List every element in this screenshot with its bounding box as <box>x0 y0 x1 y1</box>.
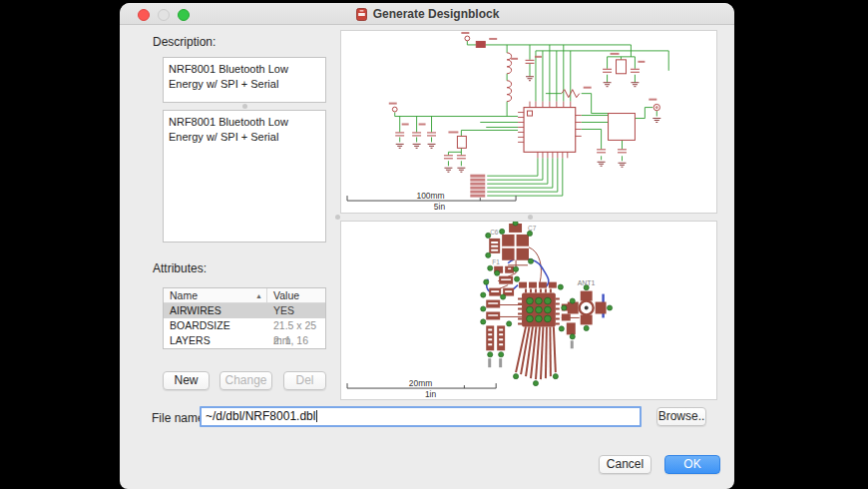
change-attribute-button: Change <box>219 371 272 390</box>
board-fanout-traces <box>516 326 556 379</box>
table-row-layers[interactable]: LAYERS 2: 1, 16 <box>164 333 325 348</box>
preview-splitter[interactable] <box>340 214 717 221</box>
delete-attribute-button: Del <box>283 371 326 390</box>
vcc-pin-2 <box>392 107 397 112</box>
browse-button[interactable]: Browse.. <box>656 407 706 426</box>
board-preview: C6 C7 F1 ANT1 20mm 1in <box>340 221 717 400</box>
secondary-ic <box>609 114 636 141</box>
column-header-name[interactable]: Name ▲ <box>164 288 267 302</box>
table-row-boardsize[interactable]: BOARDSIZE 21.5 x 25 mm <box>164 318 325 333</box>
schematic-preview: 100mm 5in <box>340 30 717 214</box>
column-header-value[interactable]: Value <box>267 288 325 302</box>
new-attribute-button[interactable]: New <box>163 371 210 390</box>
crystal <box>457 136 466 148</box>
attributes-table-header[interactable]: Name ▲ Value <box>164 288 325 303</box>
schematic-scale-in: 5in <box>434 202 446 212</box>
board-scale-in: 1in <box>425 389 437 399</box>
description-splitter-handle[interactable] <box>242 104 247 109</box>
attributes-table: Name ▲ Value AIRWIRES YES BOARDSIZE 21.5… <box>163 287 326 349</box>
vcc-pin <box>465 36 470 41</box>
attributes-label: Attributes: <box>153 261 207 275</box>
board-drawing: C6 C7 F1 ANT1 20mm 1in <box>341 222 716 399</box>
inductor-2 <box>507 81 511 102</box>
label-f1: F1 <box>492 258 500 265</box>
schematic-scale-mm: 100mm <box>416 191 444 201</box>
sort-ascending-icon[interactable]: ▲ <box>255 288 262 303</box>
designblock-icon <box>355 8 368 21</box>
balun <box>617 60 627 74</box>
window-title: Generate Designblock <box>373 7 500 21</box>
titlebar[interactable]: Generate Designblock <box>120 3 734 25</box>
main-ic <box>524 108 576 153</box>
capacitor <box>526 60 535 63</box>
generate-designblock-dialog: Generate Designblock Description: NRF800… <box>120 3 734 489</box>
splitter-handle-dot[interactable] <box>528 215 533 220</box>
ok-button[interactable]: OK <box>664 455 720 474</box>
ferrite-bead <box>476 41 485 47</box>
antenna-pin <box>653 104 659 110</box>
description-body-field[interactable]: NRF8001 Bluetooth Low Energy w/ SPI + Se… <box>163 110 326 243</box>
label-c7: C7 <box>528 225 537 232</box>
schematic-drawing: 100mm 5in <box>341 31 716 213</box>
inductor-1 <box>507 53 511 74</box>
label-ant1: ANT1 <box>578 279 596 286</box>
board-scale-mm: 20mm <box>409 378 432 388</box>
table-row-airwires[interactable]: AIRWIRES YES <box>164 303 325 318</box>
splitter-handle-dot[interactable] <box>335 215 340 220</box>
text-caret <box>316 410 317 422</box>
file-name-input[interactable]: ~/d/dbl/NRF8001.dbl <box>200 406 642 427</box>
cancel-button[interactable]: Cancel <box>599 455 651 474</box>
description-headline-field[interactable]: NRF8001 Bluetooth Low Energy w/ SPI + Se… <box>163 57 326 103</box>
label-c6: C6 <box>490 229 499 236</box>
schematic-parts <box>392 36 659 159</box>
description-label: Description: <box>153 35 216 49</box>
